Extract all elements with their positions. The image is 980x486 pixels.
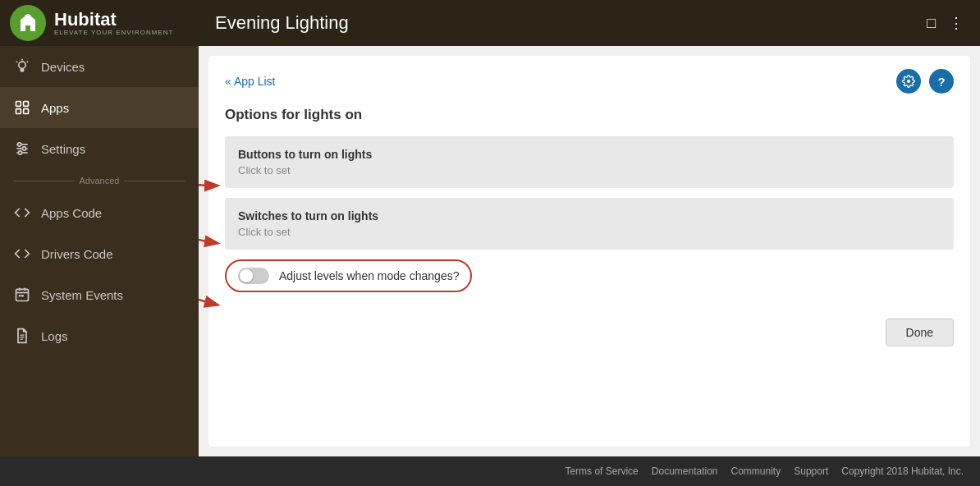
- svg-rect-20: [21, 295, 24, 297]
- sidebar-item-system-events[interactable]: System Events: [0, 274, 199, 315]
- footer-copyright: Copyright 2018 Hubitat, Inc.: [841, 465, 964, 477]
- sidebar-label-system-events: System Events: [41, 288, 123, 302]
- buttons-lights-subtitle: Click to set: [238, 164, 941, 177]
- sidebar-item-apps-code[interactable]: Apps Code: [0, 192, 199, 233]
- app-nav-icons: ?: [896, 69, 954, 94]
- logo-icon: [10, 5, 46, 41]
- buttons-lights-title: Buttons to turn on lights: [238, 148, 941, 161]
- sidebar-label-apps-code: Apps Code: [41, 206, 102, 220]
- section-title: Options for lights on: [225, 107, 954, 123]
- settings-icon-button[interactable]: [896, 69, 921, 94]
- adjust-levels-label: Adjust levels when mode changes?: [279, 269, 459, 282]
- logo-area: Hubitat ELEVATE YOUR ENVIRONMENT: [0, 5, 199, 41]
- svg-point-13: [22, 147, 25, 150]
- svg-rect-7: [16, 109, 21, 114]
- logo-tagline: ELEVATE YOUR ENVIRONMENT: [54, 29, 173, 36]
- sidebar-item-logs[interactable]: Logs: [0, 315, 199, 356]
- code-icon-drivers: [13, 245, 31, 263]
- sidebar-label-settings: Settings: [41, 142, 85, 156]
- sidebar-item-settings[interactable]: Settings: [0, 128, 199, 169]
- chat-icon[interactable]: □: [927, 15, 936, 32]
- sidebar-label-devices: Devices: [41, 60, 85, 74]
- sidebar-item-apps[interactable]: Apps: [0, 87, 199, 128]
- footer-links: Terms of Service Documentation Community…: [565, 465, 964, 477]
- footer-docs-link[interactable]: Documentation: [652, 465, 718, 477]
- adjust-levels-toggle[interactable]: [238, 268, 269, 284]
- svg-rect-19: [19, 295, 21, 297]
- advanced-divider: Advanced: [0, 169, 199, 192]
- help-icon-button[interactable]: ?: [929, 69, 954, 94]
- switches-lights-subtitle: Click to set: [238, 226, 941, 238]
- apps-grid-icon: [13, 99, 31, 117]
- svg-rect-6: [24, 102, 29, 107]
- content-card: « App List ? Options for lights on: [208, 56, 970, 447]
- help-label: ?: [937, 75, 945, 89]
- footer-support-link[interactable]: Support: [794, 465, 828, 477]
- sidebar-label-logs: Logs: [41, 329, 68, 343]
- footer-terms-link[interactable]: Terms of Service: [565, 465, 638, 477]
- switches-lights-row[interactable]: Switches to turn on lights Click to set: [225, 198, 954, 250]
- app-nav: « App List ?: [225, 69, 954, 94]
- svg-point-12: [18, 143, 21, 146]
- calendar-icon: [13, 286, 31, 304]
- settings-container: Buttons to turn on lights Click to set S…: [225, 136, 954, 302]
- sidebar-item-devices[interactable]: Devices: [0, 46, 199, 87]
- switches-lights-title: Switches to turn on lights: [238, 209, 941, 222]
- buttons-lights-row[interactable]: Buttons to turn on lights Click to set: [225, 136, 954, 188]
- content-area: « App List ? Options for lights on: [199, 46, 980, 456]
- app-list-link[interactable]: « App List: [225, 75, 276, 88]
- footer-community-link[interactable]: Community: [731, 465, 781, 477]
- svg-line-4: [16, 62, 17, 62]
- logo-text: Hubitat ELEVATE YOUR ENVIRONMENT: [54, 11, 173, 36]
- toggle-row-wrapper: Adjust levels when mode changes?: [225, 259, 472, 292]
- svg-line-3: [27, 62, 28, 62]
- svg-point-14: [18, 151, 21, 154]
- logo-name: Hubitat: [54, 11, 173, 29]
- more-options-icon[interactable]: ⋮: [949, 14, 964, 32]
- file-icon: [13, 327, 31, 345]
- sidebar-label-drivers-code: Drivers Code: [41, 247, 113, 261]
- svg-rect-5: [16, 102, 21, 107]
- sidebar-label-apps: Apps: [41, 101, 69, 115]
- svg-point-1: [19, 62, 25, 68]
- settings-sliders-icon: [13, 140, 31, 158]
- svg-rect-8: [24, 109, 29, 114]
- page-title: Evening Lighting: [199, 12, 927, 34]
- bulb-icon: [13, 57, 31, 76]
- sidebar-item-drivers-code[interactable]: Drivers Code: [0, 233, 199, 274]
- annotation-arrows: [199, 144, 221, 358]
- sidebar: Devices Apps: [0, 46, 199, 456]
- advanced-label: Advanced: [80, 176, 120, 186]
- main-layout: Devices Apps: [0, 46, 980, 456]
- done-button[interactable]: Done: [886, 319, 954, 346]
- top-header: Hubitat ELEVATE YOUR ENVIRONMENT Evening…: [0, 0, 980, 46]
- footer: Terms of Service Documentation Community…: [0, 456, 980, 486]
- code-icon-apps: [13, 204, 31, 222]
- header-actions: □ ⋮: [927, 14, 980, 32]
- done-button-area: Done: [225, 319, 954, 346]
